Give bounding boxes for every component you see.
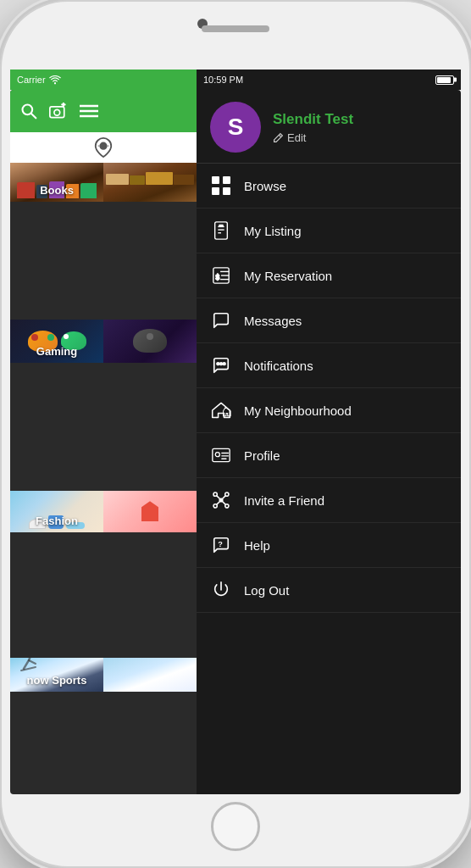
- menu-item-my-neighbourhood[interactable]: My Neighbourhood: [197, 388, 461, 433]
- category-gaming[interactable]: Gaming: [10, 320, 103, 362]
- home-icon: [210, 399, 232, 421]
- edit-label: Edit: [287, 131, 306, 144]
- menu-label-invite-friend: Invite a Friend: [244, 493, 324, 508]
- avatar: S: [210, 102, 261, 153]
- svg-text:?: ?: [218, 540, 223, 548]
- svg-rect-12: [212, 176, 219, 184]
- category-snow-2[interactable]: [103, 658, 197, 692]
- menu-item-my-listing[interactable]: My Listing: [197, 209, 461, 253]
- svg-line-43: [223, 502, 225, 504]
- categories-grid: Books: [10, 163, 197, 794]
- user-info: Slendit Test Edit: [273, 111, 353, 144]
- svg-point-27: [217, 363, 219, 365]
- svg-text:$: $: [216, 274, 220, 281]
- menu-label-help: Help: [244, 538, 270, 553]
- menu-item-logout[interactable]: Log Out: [197, 568, 461, 613]
- screen: Books: [10, 90, 461, 794]
- status-bar-left: Carrier: [10, 70, 197, 90]
- svg-line-42: [217, 502, 219, 504]
- category-label-fashion: Fashion: [10, 515, 103, 527]
- svg-line-41: [223, 496, 225, 498]
- category-label-gaming: Gaming: [10, 345, 103, 358]
- svg-rect-20: [219, 225, 224, 227]
- left-panel: Books: [10, 90, 197, 794]
- phone-frame: Carrier 10:59 PM: [0, 0, 471, 868]
- category-fashion-2[interactable]: [103, 491, 197, 532]
- category-fashion[interactable]: Fashion: [10, 491, 103, 532]
- menu-item-profile[interactable]: Profile: [197, 433, 461, 478]
- menu-item-help[interactable]: ? Help: [197, 523, 461, 568]
- edit-icon: [273, 132, 284, 143]
- grid-icon: [210, 175, 232, 197]
- svg-line-2: [31, 114, 36, 118]
- menu-label-my-listing: My Listing: [244, 224, 302, 238]
- svg-point-29: [223, 363, 225, 365]
- chat-icon: [210, 309, 232, 331]
- location-icon: [94, 137, 113, 158]
- power-icon: [210, 579, 232, 601]
- status-bar-right: 10:59 PM: [197, 70, 461, 90]
- svg-point-31: [215, 453, 219, 457]
- wifi-icon: [49, 75, 61, 85]
- network-icon: [210, 489, 232, 511]
- menu-item-notifications[interactable]: Notifications: [197, 343, 461, 388]
- category-label-snow: now Sports: [10, 674, 103, 687]
- time-text: 10:59 PM: [203, 75, 243, 85]
- edit-row[interactable]: Edit: [273, 131, 353, 144]
- menu-item-invite-friend[interactable]: Invite a Friend: [197, 478, 461, 523]
- category-books[interactable]: Books: [10, 163, 103, 202]
- status-bar: Carrier 10:59 PM: [10, 70, 461, 90]
- svg-point-8: [100, 142, 106, 148]
- carrier-text: Carrier: [17, 75, 46, 85]
- menu-item-messages[interactable]: Messages: [197, 298, 461, 343]
- avatar-initial: S: [228, 114, 244, 141]
- speaker: [202, 25, 269, 32]
- list-icon: [210, 220, 232, 242]
- svg-point-28: [220, 363, 223, 365]
- search-icon[interactable]: [20, 103, 37, 120]
- menu-items: Browse My Listing: [197, 164, 461, 794]
- category-gaming-2[interactable]: [103, 320, 197, 362]
- toolbar: [10, 90, 197, 132]
- menu-label-notifications: Notifications: [244, 359, 313, 373]
- menu-label-my-reservation: My Reservation: [244, 269, 332, 283]
- menu-item-browse[interactable]: Browse: [197, 164, 461, 209]
- profile-card-icon: [210, 444, 232, 466]
- location-row[interactable]: [10, 132, 197, 163]
- svg-rect-14: [212, 187, 219, 195]
- user-name: Slendit Test: [273, 111, 353, 128]
- menu-label-browse: Browse: [244, 179, 286, 193]
- menu-label-my-neighbourhood: My Neighbourhood: [244, 403, 352, 418]
- menu-label-logout: Log Out: [244, 583, 289, 598]
- bell-chat-icon: [210, 354, 232, 376]
- help-chat-icon: ?: [210, 534, 232, 556]
- menu-label-profile: Profile: [244, 448, 280, 463]
- battery-icon: [435, 75, 454, 85]
- svg-point-0: [54, 82, 56, 84]
- svg-rect-13: [223, 176, 230, 184]
- category-books-2[interactable]: [103, 163, 197, 202]
- menu-item-my-reservation[interactable]: $ My Reservation: [197, 253, 461, 298]
- camera-add-icon[interactable]: [49, 103, 68, 120]
- home-button[interactable]: [211, 802, 260, 851]
- svg-rect-15: [223, 187, 230, 195]
- menu-label-messages: Messages: [244, 314, 302, 328]
- hamburger-icon[interactable]: [80, 104, 98, 118]
- svg-point-4: [54, 109, 60, 115]
- category-snow[interactable]: now Sports: [10, 658, 103, 692]
- category-label-books: Books: [10, 184, 103, 197]
- menu-header: S Slendit Test Edit: [197, 90, 461, 164]
- right-panel: S Slendit Test Edit: [197, 90, 461, 794]
- svg-line-40: [217, 496, 219, 498]
- reservation-icon: $: [210, 264, 232, 287]
